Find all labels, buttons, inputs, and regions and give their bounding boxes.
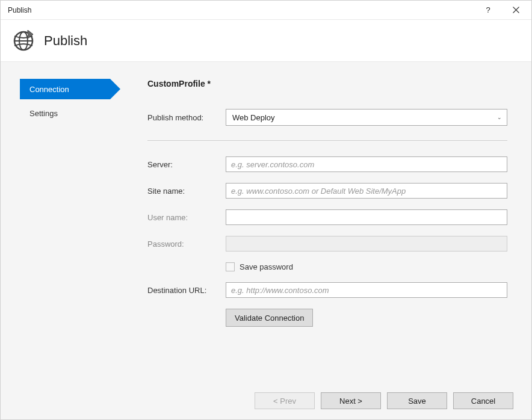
content: Connection Settings CustomProfile * Publ… [1,62,531,382]
server-input[interactable] [226,156,507,172]
row-validate: Validate Connection [147,309,507,327]
chevron-down-icon: ⌄ [497,114,502,120]
row-server: Server: [147,156,507,172]
tab-settings[interactable]: Settings [20,103,110,123]
prev-button: < Prev [255,392,315,409]
next-button[interactable]: Next > [321,392,381,409]
row-destination-url: Destination URL: [147,282,507,298]
label-server: Server: [147,160,226,169]
row-user-name: User name: [147,209,507,225]
select-value: Web Deploy [232,113,497,122]
tab-label: Settings [29,109,58,118]
row-save-password: Save password [147,262,507,271]
password-input [226,236,507,252]
tab-connection[interactable]: Connection [20,79,110,99]
form-area: CustomProfile * Publish method: Web Depl… [121,62,531,382]
label-password: Password: [147,239,226,249]
site-name-input[interactable] [226,183,507,199]
publish-method-select[interactable]: Web Deploy ⌄ [226,109,507,126]
validate-connection-button[interactable]: Validate Connection [226,309,313,327]
destination-url-input[interactable] [226,282,507,298]
publish-globe-icon [13,30,34,52]
titlebar: Publish ? [1,1,531,20]
row-site-name: Site name: [147,183,507,199]
save-button[interactable]: Save [387,392,447,409]
label-site-name: Site name: [147,187,226,196]
close-button[interactable] [510,4,522,16]
close-icon [513,7,519,13]
label-publish-method: Publish method: [147,113,226,122]
user-name-input[interactable] [226,209,507,225]
header: Publish [1,20,531,62]
help-button[interactable]: ? [482,5,494,14]
sidebar: Connection Settings [1,62,121,382]
label-save-password: Save password [240,262,293,271]
save-password-checkbox[interactable] [226,262,235,271]
tab-label: Connection [29,85,69,94]
footer: < Prev Next > Save Cancel [1,382,531,419]
label-user-name: User name: [147,213,226,222]
profile-title: CustomProfile * [147,79,507,88]
label-destination-url: Destination URL: [147,286,226,295]
window-title: Publish [8,6,482,14]
row-password: Password: [147,236,507,252]
cancel-button[interactable]: Cancel [453,392,513,409]
page-title: Publish [44,33,87,49]
titlebar-actions: ? [482,4,522,16]
row-publish-method: Publish method: Web Deploy ⌄ [147,109,507,126]
divider [147,140,507,141]
